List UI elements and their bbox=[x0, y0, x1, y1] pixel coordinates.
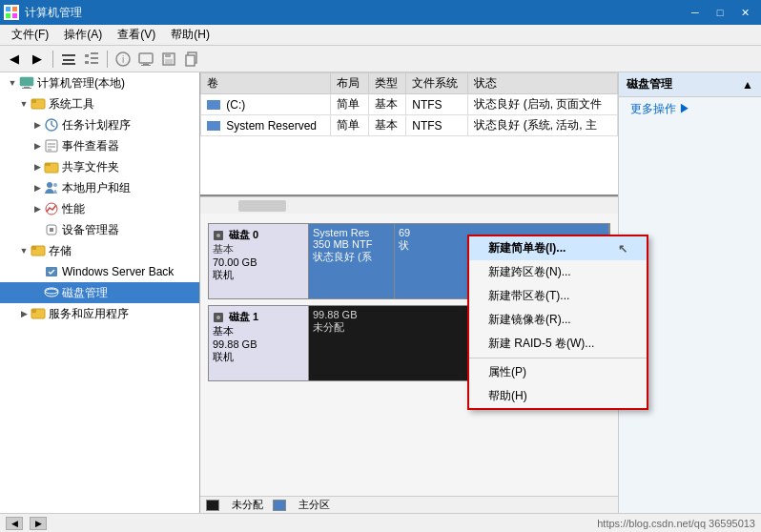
minimize-button[interactable]: ─ bbox=[683, 0, 708, 25]
ctx-help[interactable]: 帮助(H) bbox=[469, 384, 647, 408]
task-icon bbox=[44, 117, 59, 133]
tree-panel: ▼ 计算机管理(本地) ▼ 系统工具 ▶ bbox=[0, 72, 200, 513]
maximize-button[interactable]: □ bbox=[708, 0, 732, 25]
context-menu: 新建简单卷(I)... ↖ 新建跨区卷(N)... 新建带区卷(T)... 新建… bbox=[467, 235, 648, 410]
menu-help[interactable]: 帮助(H) bbox=[163, 25, 217, 45]
svg-rect-8 bbox=[91, 52, 98, 54]
menu-action[interactable]: 操作(A) bbox=[56, 25, 110, 45]
svg-rect-14 bbox=[139, 53, 153, 63]
legend-unalloc-label: 未分配 bbox=[232, 498, 263, 512]
menu-file[interactable]: 文件(F) bbox=[4, 25, 56, 45]
expander-perf[interactable]: ▶ bbox=[31, 202, 44, 215]
expander-services[interactable]: ▶ bbox=[17, 307, 31, 320]
save-button[interactable] bbox=[158, 49, 179, 70]
tree-item-shared[interactable]: ▶ 共享文件夹 bbox=[0, 156, 199, 177]
col-status: 状态 bbox=[468, 73, 618, 94]
tree-item-perf[interactable]: ▶ 性能 bbox=[0, 198, 199, 219]
users-icon bbox=[44, 180, 59, 195]
hscroll-bar[interactable] bbox=[200, 196, 618, 214]
expander-systools[interactable]: ▼ bbox=[17, 97, 31, 111]
legend-unalloc-box bbox=[206, 500, 219, 511]
ctx-new-raid5[interactable]: 新建 RAID-5 卷(W)... bbox=[469, 332, 647, 356]
tree-item-localusers[interactable]: ▶ 本地用户和组 bbox=[0, 177, 199, 198]
forward-button[interactable]: ▶ bbox=[27, 49, 48, 70]
toolbar-sep-2 bbox=[107, 51, 108, 68]
ops-more-label: 更多操作 bbox=[630, 102, 676, 115]
ctx-new-stripe[interactable]: 新建带区卷(T)... bbox=[469, 284, 647, 308]
expander-diskmgmt bbox=[31, 286, 44, 299]
tree-button[interactable] bbox=[81, 49, 102, 70]
expander-users[interactable]: ▶ bbox=[31, 181, 44, 194]
tree-root[interactable]: ▼ 计算机管理(本地) bbox=[0, 72, 199, 93]
scroll-right-btn[interactable]: ▶ bbox=[30, 517, 47, 530]
legend-primary-box bbox=[273, 500, 286, 511]
ctx-new-span[interactable]: 新建跨区卷(N)... bbox=[469, 260, 647, 284]
back-button[interactable]: ◀ bbox=[4, 49, 25, 70]
vol-fs: NTFS bbox=[406, 115, 468, 136]
table-row[interactable]: System Reserved 简单 基本 NTFS 状态良好 (系统, 活动,… bbox=[201, 115, 618, 136]
disk1-type: 基本 bbox=[213, 324, 304, 338]
devmgr-icon bbox=[44, 222, 59, 237]
svg-rect-40 bbox=[50, 228, 53, 232]
tree-item-services[interactable]: ▶ 服务和应用程序 bbox=[0, 303, 199, 324]
vol-name: (C:) bbox=[201, 94, 331, 115]
disk1-size: 99.88 GB bbox=[213, 338, 304, 350]
ctx-new-span-label: 新建跨区卷(N)... bbox=[488, 265, 571, 278]
ctx-sep bbox=[469, 358, 647, 358]
ops-more-arrow: ▶ bbox=[679, 102, 690, 115]
col-type: 类型 bbox=[368, 73, 405, 94]
shared-icon bbox=[44, 159, 59, 174]
expander-event[interactable]: ▶ bbox=[31, 139, 44, 153]
table-row[interactable]: (C:) 简单 基本 NTFS 状态良好 (启动, 页面文件 bbox=[201, 94, 618, 115]
menu-view[interactable]: 查看(V) bbox=[110, 25, 163, 45]
svg-rect-5 bbox=[62, 54, 75, 56]
close-button[interactable]: ✕ bbox=[732, 0, 757, 25]
expander-shared[interactable]: ▶ bbox=[31, 160, 44, 174]
tree-item-taskscheduler[interactable]: ▶ 任务计划程序 bbox=[0, 114, 199, 135]
scroll-left-btn[interactable]: ◀ bbox=[6, 517, 23, 530]
volume-table: 卷 布局 类型 文件系统 状态 (C:) 简单 基本 bbox=[200, 72, 618, 136]
seg1-status: 状态良好 (系 bbox=[313, 250, 390, 264]
svg-point-36 bbox=[47, 182, 52, 188]
computer-button[interactable] bbox=[135, 49, 156, 70]
info-button[interactable]: i bbox=[113, 49, 134, 70]
svg-rect-1 bbox=[12, 7, 17, 11]
col-layout: 布局 bbox=[331, 73, 368, 94]
expander-root[interactable]: ▼ bbox=[6, 76, 19, 90]
copy-button[interactable] bbox=[181, 49, 202, 70]
disk0-seg1[interactable]: System Res 350 MB NTF 状态良好 (系 bbox=[309, 224, 395, 298]
expander-task[interactable]: ▶ bbox=[31, 118, 44, 132]
ops-more[interactable]: 更多操作 ▶ bbox=[619, 97, 761, 121]
disk0-label: 磁盘 0 基本 70.00 GB 联机 bbox=[209, 224, 309, 298]
ops-collapse-icon[interactable]: ▲ bbox=[742, 78, 753, 92]
vol-name: System Reserved bbox=[201, 115, 331, 136]
svg-point-49 bbox=[216, 234, 220, 237]
svg-point-51 bbox=[216, 316, 220, 319]
tree-item-diskmgmt[interactable]: 磁盘管理 bbox=[0, 282, 199, 303]
menubar: 文件(F) 操作(A) 查看(V) 帮助(H) bbox=[0, 25, 761, 46]
up-button[interactable] bbox=[58, 49, 79, 70]
window-title: 计算机管理 bbox=[25, 5, 82, 21]
tree-item-storage[interactable]: ▼ 存储 bbox=[0, 240, 199, 261]
svg-rect-2 bbox=[6, 13, 10, 18]
legend-primary-label: 主分区 bbox=[298, 498, 330, 512]
tree-item-devmgr[interactable]: 设备管理器 bbox=[0, 219, 199, 240]
services-label: 服务和应用程序 bbox=[49, 306, 129, 322]
vol-layout: 简单 bbox=[331, 94, 368, 115]
tree-item-eventviewer[interactable]: ▶ 事件查看器 bbox=[0, 135, 199, 156]
expander-devmgr bbox=[31, 223, 44, 236]
col-fs: 文件系统 bbox=[406, 73, 468, 94]
tree-root-label: 计算机管理(本地) bbox=[37, 75, 125, 92]
tree-item-wsb[interactable]: Windows Server Back bbox=[0, 261, 199, 282]
vol-fs: NTFS bbox=[406, 94, 468, 115]
expander-wsb bbox=[31, 265, 44, 278]
svg-line-29 bbox=[51, 125, 54, 127]
tree-item-systools[interactable]: ▼ 系统工具 bbox=[0, 93, 199, 114]
ctx-properties[interactable]: 属性(P) bbox=[469, 360, 647, 384]
devmgr-label: 设备管理器 bbox=[62, 222, 119, 238]
ctx-new-mirror[interactable]: 新建镜像卷(R)... bbox=[469, 308, 647, 332]
ctx-new-simple[interactable]: 新建简单卷(I)... ↖ bbox=[469, 236, 647, 260]
expander-storage[interactable]: ▼ bbox=[17, 244, 31, 257]
window-controls: ─ □ ✕ bbox=[683, 0, 757, 25]
disk0-type: 基本 bbox=[213, 242, 304, 256]
